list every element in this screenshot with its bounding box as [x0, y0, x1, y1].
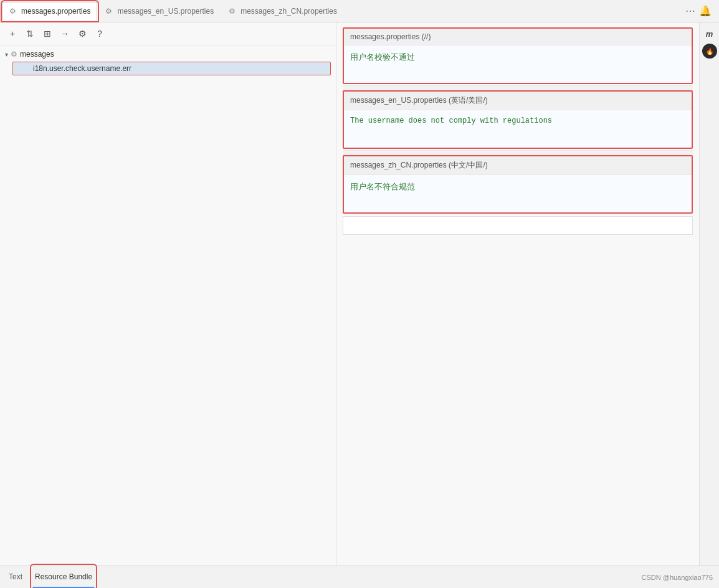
translation-header-zh-cn: messages_zh_CN.properties (中文/中国/) [344, 156, 692, 175]
tab-messages-zh-cn-label: messages_zh_CN.properties [240, 7, 337, 16]
left-panel: + ⇅ ⊞ → ⚙ ? ▾ ⚙ messages i18n.user.check… [0, 22, 336, 566]
translation-block-messages: messages.properties (//) 用户名校验不通过 [343, 27, 693, 84]
toolbar: + ⇅ ⊞ → ⚙ ? [0, 22, 336, 45]
gear-icon: ⚙ [9, 7, 18, 16]
tab-bar: ⚙ messages.properties ⚙ messages_en_US.p… [0, 0, 719, 22]
translation-header-messages: messages.properties (//) [344, 29, 692, 45]
tab-messages-en-us-label: messages_en_US.properties [117, 7, 214, 16]
sort-button[interactable]: ⇅ [22, 26, 37, 41]
right-content: messages.properties (//) 用户名校验不通过 messag… [336, 22, 699, 566]
resource-bundle-tab[interactable]: Resource Bundle [32, 566, 95, 588]
tab-messages-properties-label: messages.properties [21, 7, 90, 16]
status-bar-text: CSDN @huangxiao776 [641, 574, 713, 581]
side-dark-icon[interactable]: 🔥 [702, 44, 717, 59]
side-icon-bar: m 🔥 [699, 22, 719, 566]
arrow-button[interactable]: → [57, 26, 72, 41]
translation-block-en-us: messages_en_US.properties (英语/美国/) The u… [343, 90, 693, 149]
translation-header-en-us: messages_en_US.properties (英语/美国/) [344, 92, 692, 110]
tree-area: ▾ ⚙ messages i18n.user.check.username.er… [0, 45, 336, 566]
spacer-1 [343, 85, 693, 90]
side-letter-m-icon[interactable]: m [702, 26, 717, 41]
translation-value-en-us[interactable]: The username does not comply with regula… [344, 110, 692, 148]
translation-value-messages[interactable]: 用户名校验不通过 [344, 45, 692, 83]
tab-messages-properties[interactable]: ⚙ messages.properties [2, 2, 97, 21]
text-tab[interactable]: Text [6, 566, 25, 588]
bell-icon[interactable]: 🔔 [699, 5, 712, 17]
gear-icon-3: ⚙ [229, 7, 237, 16]
spacer-2 [343, 150, 693, 155]
gear-icon-2: ⚙ [105, 7, 114, 16]
extra-block [343, 216, 693, 235]
add-button[interactable]: + [5, 26, 20, 41]
tree-child-item[interactable]: i18n.user.check.username.err [12, 62, 331, 75]
tab-bar-actions: ⋯ 🔔 [685, 5, 717, 17]
tree-child-label: i18n.user.check.username.err [33, 64, 131, 73]
tab-messages-zh-cn[interactable]: ⚙ messages_zh_CN.properties [222, 2, 344, 21]
main-area: + ⇅ ⊞ → ⚙ ? ▾ ⚙ messages i18n.user.check… [0, 22, 719, 566]
right-panel: messages.properties (//) 用户名校验不通过 messag… [336, 22, 699, 566]
tree-root-label: messages [20, 50, 54, 59]
bundle-button[interactable]: ⊞ [40, 26, 55, 41]
tab-messages-en-us[interactable]: ⚙ messages_en_US.properties [98, 2, 221, 21]
help-button[interactable]: ? [92, 26, 107, 41]
bottom-bar: Text Resource Bundle CSDN @huangxiao776 [0, 566, 719, 588]
translation-value-zh-cn[interactable]: 用户名不符合规范 [344, 175, 692, 212]
more-options-icon[interactable]: ⋯ [685, 5, 695, 17]
gear-settings-button[interactable]: ⚙ [75, 26, 90, 41]
tree-arrow-icon: ▾ [5, 51, 8, 58]
tree-root-item[interactable]: ▾ ⚙ messages [0, 48, 336, 60]
tree-gear-icon: ⚙ [11, 50, 17, 59]
translation-block-zh-cn: messages_zh_CN.properties (中文/中国/) 用户名不符… [343, 155, 693, 214]
